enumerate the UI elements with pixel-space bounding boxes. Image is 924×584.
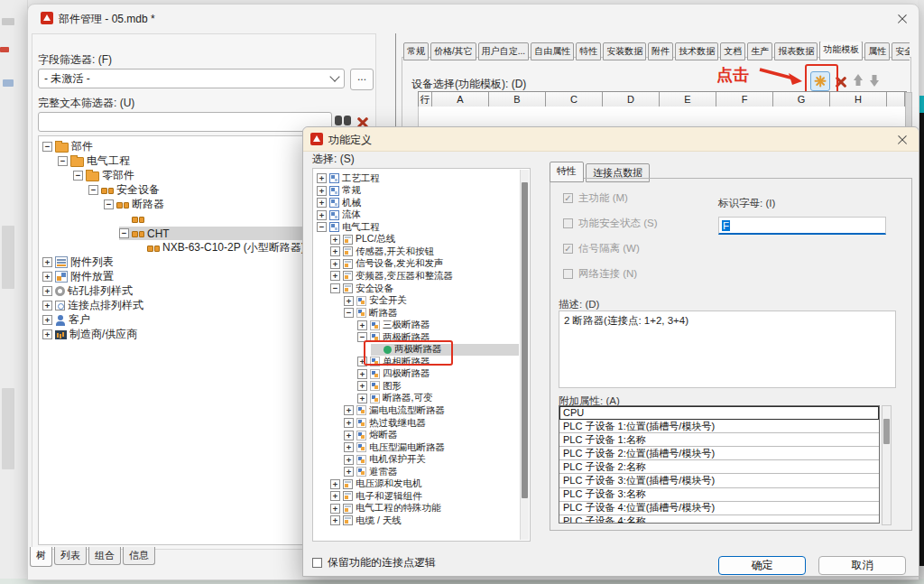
property-item[interactable]: CPU: [559, 406, 879, 420]
identifier-input[interactable]: F: [718, 217, 886, 235]
tree-item[interactable]: +: [119, 212, 144, 226]
tree-item[interactable]: +机械: [317, 197, 361, 209]
checkbox-icon[interactable]: [563, 218, 573, 228]
ok-button[interactable]: 确定: [718, 556, 806, 575]
expander-icon[interactable]: +: [317, 210, 327, 220]
tree-item[interactable]: +四极断路器: [357, 368, 430, 380]
expander-icon[interactable]: +: [330, 515, 340, 525]
expander-icon[interactable]: +: [317, 186, 327, 196]
expander-icon[interactable]: +: [42, 286, 52, 296]
property-checkbox-2[interactable]: ✓信号隔离 (W): [563, 242, 640, 255]
tree-item[interactable]: −安全设备: [330, 283, 393, 294]
tree-item[interactable]: +PLC/总线: [330, 234, 395, 246]
expander-icon[interactable]: +: [330, 259, 340, 269]
grid-column-header[interactable]: 行: [419, 92, 432, 107]
tree-item[interactable]: +NXB-63-C10-2P (小型断路器): [134, 241, 305, 255]
close-icon[interactable]: [896, 13, 908, 24]
description-box[interactable]: 2 断路器(连接点: 1+2, 3+4): [559, 311, 896, 388]
detail-tab-7[interactable]: 技术数据: [675, 42, 718, 60]
tree-item[interactable]: +安全开关: [344, 295, 407, 307]
property-item[interactable]: PLC 子设备 4:位置(插槽号/模块号): [559, 502, 879, 515]
detail-tab-5[interactable]: 安装数据: [603, 42, 646, 60]
tree-item[interactable]: +断路器,可变: [357, 393, 432, 404]
tree-item[interactable]: +熔断器: [344, 430, 398, 441]
detail-tab-6[interactable]: 附件: [648, 42, 673, 60]
grid-scrollbar[interactable]: [905, 92, 912, 128]
expander-icon[interactable]: +: [330, 271, 340, 281]
expander-icon[interactable]: +: [344, 442, 354, 452]
dialog-tab-0[interactable]: 特性: [550, 162, 584, 182]
expander-icon[interactable]: −: [104, 199, 114, 209]
detail-tab-1[interactable]: 价格/其它: [430, 42, 476, 60]
search-binoculars-icon[interactable]: [334, 114, 352, 127]
tree-item[interactable]: +热过载继电器: [344, 417, 426, 429]
tree-item[interactable]: +制造商/供应商: [42, 328, 137, 341]
expander-icon[interactable]: +: [344, 418, 354, 428]
title-bar[interactable]: 部件管理 - 05.mdb *: [28, 5, 919, 32]
expander-icon[interactable]: +: [42, 257, 52, 267]
dialog-title-bar[interactable]: 功能定义: [303, 127, 919, 152]
detail-tab-9[interactable]: 生产: [747, 42, 772, 60]
detail-tab-4[interactable]: 特性: [576, 42, 601, 60]
field-filter-select[interactable]: - 未激活 -: [38, 69, 345, 88]
property-item[interactable]: PLC 子设备 4:名称: [559, 515, 879, 524]
tree-item[interactable]: −电气工程: [317, 221, 380, 233]
tree-item[interactable]: −电气工程: [58, 154, 130, 168]
tree-item[interactable]: +信号设备,发光和发声: [330, 258, 443, 270]
expander-icon[interactable]: +: [344, 296, 354, 306]
tree-item[interactable]: +工艺工程: [317, 172, 380, 184]
tree-item[interactable]: +传感器,开关和按钮: [330, 246, 434, 257]
property-item[interactable]: PLC 子设备 2:位置(插槽号/模块号): [559, 447, 879, 460]
tree-item[interactable]: −断路器: [344, 307, 398, 319]
property-checkbox-3[interactable]: 网络连接 (N): [563, 267, 637, 281]
tree-item[interactable]: +电压源和发电机: [330, 478, 422, 490]
scrollbar-thumb[interactable]: [522, 182, 528, 498]
dialog-close-icon[interactable]: [896, 134, 908, 145]
tree-item[interactable]: −断路器: [104, 198, 164, 211]
tree-item[interactable]: −零部件: [73, 169, 134, 182]
property-item[interactable]: PLC 子设备 1:名称: [559, 433, 879, 447]
list-scrollbar[interactable]: [882, 405, 892, 525]
expander-icon[interactable]: +: [357, 394, 367, 403]
tree-item[interactable]: +三极断路器: [357, 320, 430, 331]
expander-icon[interactable]: +: [344, 467, 354, 477]
detail-tab-11[interactable]: 功能模板: [819, 42, 863, 60]
expander-icon[interactable]: +: [357, 381, 367, 391]
expander-icon[interactable]: +: [357, 320, 367, 330]
tree-item[interactable]: +客户: [42, 313, 90, 327]
expander-icon[interactable]: +: [330, 246, 340, 256]
checkbox-icon[interactable]: [312, 558, 322, 568]
expander-icon[interactable]: +: [344, 405, 354, 415]
tree-item[interactable]: +避雷器: [344, 466, 398, 477]
detail-tab-0[interactable]: 常规: [403, 42, 429, 60]
grid-column-header[interactable]: E: [660, 92, 716, 107]
expander-icon[interactable]: −: [317, 222, 327, 232]
property-item[interactable]: PLC 子设备 3:位置(插槽号/模块号): [559, 474, 879, 487]
tree-item[interactable]: +附件列表: [42, 255, 114, 269]
grid-column-header[interactable]: D: [603, 92, 660, 107]
tree-item[interactable]: +附件放置: [42, 270, 114, 283]
grid-column-header[interactable]: B: [489, 92, 546, 107]
detail-tab-13[interactable]: 安全值: [892, 42, 910, 60]
detail-tab-3[interactable]: 自由属性: [531, 42, 574, 60]
move-up-icon[interactable]: [852, 74, 864, 87]
expander-icon[interactable]: −: [330, 283, 340, 293]
property-checkbox-1[interactable]: 功能安全状态 (S): [563, 217, 658, 230]
cancel-button[interactable]: 取消: [818, 556, 906, 575]
tree-item[interactable]: +变频器,变压器和整流器: [330, 270, 453, 282]
detail-tab-2[interactable]: 用户自定...: [478, 42, 529, 60]
tree-item[interactable]: +电子和逻辑组件: [330, 490, 422, 502]
expander-icon[interactable]: +: [330, 479, 340, 489]
grid-column-header[interactable]: H: [830, 92, 887, 107]
expander-icon[interactable]: −: [344, 308, 354, 318]
tree-item[interactable]: −安全设备: [88, 183, 160, 197]
property-checkbox-0[interactable]: ✓主功能 (M): [563, 191, 628, 205]
tree-item[interactable]: +流体: [317, 209, 361, 221]
expander-icon[interactable]: −: [73, 171, 83, 181]
expander-icon[interactable]: +: [357, 369, 367, 379]
tree-item[interactable]: +图形: [357, 380, 402, 392]
view-tab-0[interactable]: 树: [30, 547, 52, 567]
tree-item[interactable]: +电机保护开关: [344, 454, 426, 466]
expander-icon[interactable]: +: [42, 315, 52, 325]
expander-icon[interactable]: +: [330, 491, 340, 501]
